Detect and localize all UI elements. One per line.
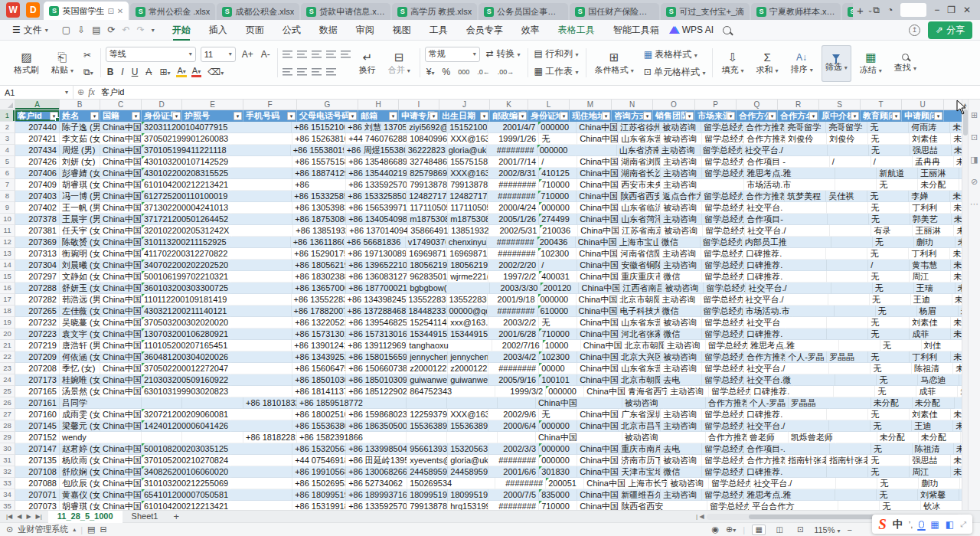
cell-A1[interactable]: 客户id▾ bbox=[15, 110, 60, 122]
cell-U25[interactable]: 未分配 bbox=[958, 386, 962, 397]
row-number[interactable]: 11 bbox=[0, 225, 15, 237]
cell-I14[interactable]: 180562199 bbox=[448, 260, 488, 271]
cell-N4[interactable]: 主动咨询 bbox=[659, 145, 701, 156]
cell-K18[interactable]: 610000 bbox=[538, 306, 577, 317]
cell-O13[interactable]: 留学总经办 bbox=[701, 248, 743, 260]
row-number[interactable]: 1 bbox=[0, 110, 15, 122]
cell-J18[interactable]: ######## bbox=[488, 306, 538, 317]
file-tab[interactable]: S常州公积金 .xlsx bbox=[130, 3, 215, 20]
cell-K27[interactable]: 无 bbox=[539, 409, 577, 420]
cell-M18[interactable]: 电子科技大 bbox=[618, 306, 660, 317]
cell-G17[interactable]: +86 1343982452 bbox=[345, 294, 407, 306]
cell-H26[interactable] bbox=[366, 397, 407, 409]
column-header-H[interactable]: H bbox=[358, 100, 399, 109]
row-number[interactable]: 14 bbox=[0, 260, 15, 271]
menu-效率[interactable]: 效率 bbox=[513, 21, 548, 39]
cell-B2[interactable]: 陈子逸 (男 bbox=[60, 122, 100, 133]
task-pane-icon[interactable]: ⊡ bbox=[971, 132, 978, 142]
cell-D28[interactable]: 142401200006041426 bbox=[142, 420, 231, 432]
cell-J26[interactable] bbox=[447, 397, 498, 409]
cell-K5[interactable]: / bbox=[539, 156, 577, 168]
cell-U15[interactable]: 未分配 bbox=[951, 271, 962, 283]
cell-O7[interactable] bbox=[702, 179, 744, 191]
cell-O1[interactable]: 销售团队▾ bbox=[653, 110, 695, 122]
cell-N14[interactable]: 主动咨询 bbox=[661, 260, 702, 271]
cell-B4[interactable]: 周煜 (男) bbox=[60, 145, 100, 156]
cell-D3[interactable]: 370502199901260083 bbox=[142, 133, 231, 145]
cell-Q6[interactable] bbox=[794, 168, 835, 179]
cell-G33[interactable]: +86 52734062 bbox=[346, 478, 407, 489]
align-center-button[interactable] bbox=[297, 68, 307, 76]
cell-L8[interactable]: China中国 bbox=[577, 191, 618, 202]
cell-M20[interactable]: 河北省张家 bbox=[619, 328, 661, 340]
filter-dropdown-icon[interactable]: ▾ bbox=[172, 112, 181, 120]
cell-G35[interactable]: +86 1335925706 bbox=[346, 501, 407, 510]
cell-R4[interactable] bbox=[828, 145, 869, 156]
cell-L7[interactable]: China中国 bbox=[577, 179, 619, 191]
cell-O15[interactable]: 留学总经办 bbox=[702, 271, 744, 283]
increase-decimal-button[interactable]: .0← bbox=[475, 68, 492, 76]
upload-icon[interactable]: ↥ bbox=[909, 25, 920, 36]
cell-L19[interactable]: China中国 bbox=[577, 317, 619, 328]
align-middle-button[interactable] bbox=[297, 51, 307, 58]
cell-M12[interactable]: 上海市宝山 bbox=[617, 237, 659, 248]
cell-T16[interactable]: 王瑞 bbox=[914, 283, 956, 294]
cell-O8[interactable]: 留学总经办 bbox=[701, 191, 743, 202]
cell-N11[interactable]: 被动咨询 bbox=[662, 225, 703, 237]
cell-I18[interactable]: 00000@qq bbox=[447, 306, 488, 317]
cell-D34[interactable]: 654101200007050581 bbox=[142, 489, 231, 501]
cell-D19[interactable]: 370503200302020020 bbox=[142, 317, 231, 328]
cell-B31[interactable]: 杨欣雨 (女 bbox=[60, 455, 100, 466]
filter-dropdown-icon[interactable]: ▾ bbox=[430, 112, 438, 120]
cell-I26[interactable] bbox=[407, 397, 447, 409]
cell-R32[interactable] bbox=[827, 466, 868, 478]
cell-S18[interactable]: 无 bbox=[876, 306, 917, 317]
cell-U10[interactable]: 未分配 bbox=[952, 214, 962, 225]
cell-P16[interactable]: 社交平台./ bbox=[746, 283, 789, 294]
cell-J15[interactable]: 1997/2/2 bbox=[488, 271, 539, 283]
cell-U23[interactable]: 未分配 bbox=[953, 363, 962, 374]
row-number[interactable]: 16 bbox=[0, 283, 15, 294]
cell-J12[interactable]: ######## bbox=[487, 237, 537, 248]
cell-M31[interactable]: 济南市历下 bbox=[619, 455, 661, 466]
cell-N6[interactable]: 主动咨询 bbox=[661, 168, 702, 179]
last-sheet-icon[interactable]: ▶| bbox=[36, 513, 42, 520]
cell-Q13[interactable] bbox=[785, 248, 826, 260]
filter-button[interactable]: 筛选 ▾ bbox=[822, 45, 851, 82]
cell-T13[interactable]: 丁利利 bbox=[909, 248, 950, 260]
cell-T19[interactable]: 刘素佳 bbox=[910, 317, 951, 328]
cell-I34[interactable]: 180995191 bbox=[448, 489, 488, 501]
cell-O3[interactable]: 留学总经办 bbox=[702, 133, 744, 145]
cell-J11[interactable]: 2002/5/31 bbox=[489, 225, 540, 237]
cell-O28[interactable]: 留学总经办 bbox=[702, 420, 744, 432]
cell-E29[interactable] bbox=[182, 432, 243, 443]
redo-icon[interactable]: ↷ bbox=[137, 25, 145, 35]
cell-B27[interactable]: 成雨雯 (女 bbox=[60, 409, 100, 420]
cell-R1[interactable]: 合作方名▾ bbox=[778, 110, 819, 122]
cell-E27[interactable] bbox=[231, 409, 292, 420]
cell-B19[interactable]: 吴晓蔓 (女 bbox=[60, 317, 100, 328]
cell-T17[interactable]: 王迪 bbox=[911, 294, 952, 306]
cell-G2[interactable]: +86 刘慧 137052 bbox=[345, 122, 407, 133]
cell-I11[interactable]: 138519326 bbox=[449, 225, 489, 237]
column-header-D[interactable]: D bbox=[142, 100, 182, 109]
file-tab[interactable]: S可过_支付宝+_滴 bbox=[661, 3, 750, 20]
cell-Q16[interactable] bbox=[790, 283, 831, 294]
soft-keyboard-icon[interactable]: ▦ bbox=[930, 519, 939, 530]
cell-F20[interactable]: +86 15731301 bbox=[292, 328, 346, 340]
shrink-font-button[interactable]: A- bbox=[260, 49, 272, 60]
microphone-icon[interactable] bbox=[919, 521, 924, 528]
page-layout-view-button[interactable]: ◫ bbox=[773, 525, 786, 535]
cell-Q20[interactable] bbox=[786, 328, 827, 340]
cell-A20[interactable]: 207223 bbox=[15, 328, 60, 340]
cell-F24[interactable]: +86 18501030 bbox=[292, 374, 346, 386]
cell-D31[interactable]: 370105200210270824 bbox=[142, 455, 231, 466]
cell-J24[interactable]: 2005/9/16 bbox=[488, 374, 539, 386]
column-header-Q[interactable]: Q bbox=[737, 100, 778, 109]
cell-H35[interactable]: 799138782 bbox=[407, 501, 448, 510]
cell-R33[interactable] bbox=[836, 478, 877, 489]
cell-C33[interactable]: China中国 bbox=[100, 478, 142, 489]
cell-A3[interactable]: 207421 bbox=[15, 133, 60, 145]
cell-D10[interactable]: 371721200501264452 bbox=[142, 214, 231, 225]
cell-Q33[interactable] bbox=[795, 478, 836, 489]
